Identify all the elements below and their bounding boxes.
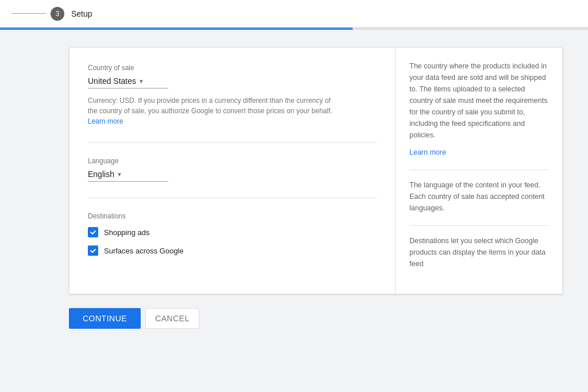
- country-learn-more-link[interactable]: Learn more: [409, 148, 446, 156]
- shopping-ads-label: Shopping ads: [104, 228, 150, 237]
- country-info-text: The country where the products included …: [409, 60, 548, 141]
- country-value: United States: [88, 76, 136, 86]
- stepper: 3 Setup: [11, 7, 92, 21]
- currency-note: Currency: USD. If you provide prices in …: [88, 95, 341, 126]
- surfaces-checkbox[interactable]: [88, 245, 98, 256]
- language-info-text: The language of the content in your feed…: [409, 179, 548, 214]
- language-field-section: Language English ▼: [88, 157, 377, 182]
- card-left: Country of sale United States ▼ Currency…: [69, 48, 396, 294]
- top-bar: 3 Setup: [0, 0, 588, 28]
- continue-button[interactable]: CONTINUE: [69, 308, 141, 329]
- settings-card: Country of sale United States ▼ Currency…: [69, 47, 563, 294]
- checkbox-surfaces[interactable]: Surfaces across Google: [88, 245, 377, 256]
- country-info-section: The country where the products included …: [409, 60, 548, 158]
- checkmark-icon-2: [90, 247, 96, 254]
- destinations-info-section: Destinations let you select which Google…: [409, 235, 548, 270]
- card-right: The country where the products included …: [396, 48, 562, 294]
- country-field-section: Country of sale United States ▼ Currency…: [88, 64, 377, 126]
- checkbox-shopping-ads[interactable]: Shopping ads: [88, 227, 377, 237]
- divider-1: [88, 143, 377, 143]
- destinations-section: Destinations Shopping ads: [88, 212, 377, 256]
- step-label: Setup: [71, 9, 92, 18]
- language-value: English: [88, 170, 114, 179]
- checkmark-icon: [90, 229, 96, 236]
- country-dropdown[interactable]: United States ▼: [88, 76, 168, 89]
- right-divider-2: [409, 225, 548, 226]
- step-circle: 3: [51, 7, 64, 21]
- country-label: Country of sale: [88, 64, 377, 72]
- currency-learn-more-link[interactable]: Learn more: [88, 117, 123, 125]
- language-label: Language: [88, 157, 377, 165]
- language-dropdown-arrow: ▼: [117, 171, 122, 178]
- language-info-section: The language of the content in your feed…: [409, 179, 548, 214]
- language-dropdown[interactable]: English ▼: [88, 170, 168, 182]
- action-buttons: CONTINUE CANCEL: [69, 308, 577, 329]
- divider-2: [88, 198, 377, 198]
- cancel-button[interactable]: CANCEL: [145, 308, 199, 329]
- destinations-label: Destinations: [88, 212, 377, 220]
- shopping-ads-checkbox[interactable]: [88, 227, 98, 237]
- main-content: Country of sale United States ▼ Currency…: [0, 30, 588, 346]
- surfaces-label: Surfaces across Google: [104, 247, 184, 255]
- country-dropdown-arrow: ▼: [138, 78, 144, 84]
- step-line: [11, 13, 46, 14]
- right-divider-1: [409, 170, 548, 170]
- destinations-info-text: Destinations let you select which Google…: [409, 235, 548, 270]
